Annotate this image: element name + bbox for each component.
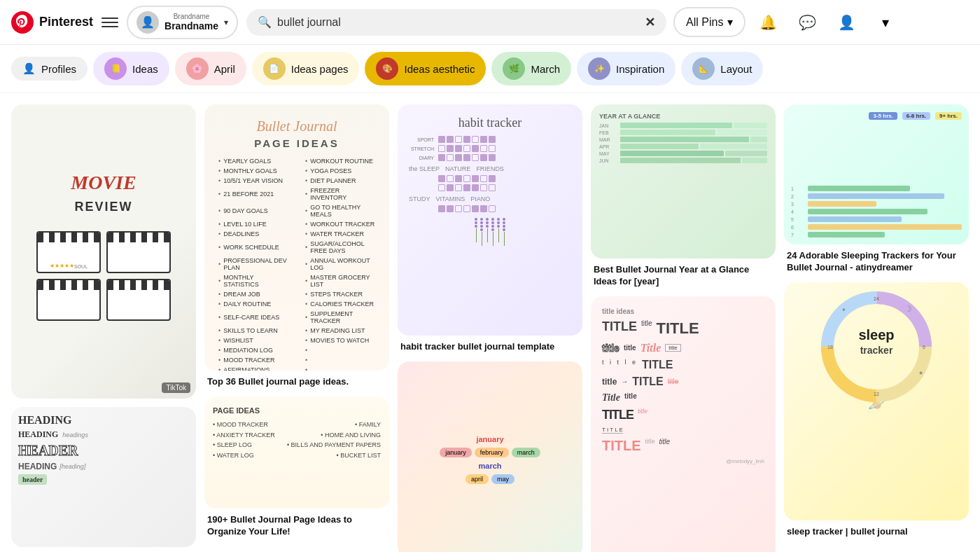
pin-bj-page-text: Top 36 Bullet journal page ideas.	[204, 371, 389, 388]
all-pins-chevron-icon: ▾	[727, 15, 733, 29]
title-word-title10: title	[602, 377, 617, 387]
bj-page-subtitle: PAGE IDEAS	[254, 137, 339, 149]
title-word-title4: title	[602, 343, 620, 354]
ideas-aesthetic-icon: 🎨	[376, 57, 398, 80]
account-info: Brandname Brandname	[164, 13, 218, 32]
pin-habit-tracker[interactable]: habit tracker SPORT STRETCH DIARY the SL…	[398, 104, 582, 353]
pin-movie-review[interactable]: movie REVIEW ★★★★★SOUL TikTok	[11, 104, 196, 399]
search-icon: 🔍	[258, 15, 272, 29]
month-jan: january	[440, 448, 472, 457]
account-label: Brandname	[164, 13, 218, 20]
filter-inspiration[interactable]: ✨ Inspiration	[577, 52, 676, 85]
pin-sleep-circle-title: sleep tracker | bullet journal	[787, 526, 966, 538]
bj-ideas-list-heading: PAGE IDEAS	[213, 405, 381, 418]
profile-button[interactable]: 👤	[831, 7, 862, 38]
bj-page-ideas-link[interactable]: Bullet journal page ideas.	[239, 376, 349, 387]
pin-bar-chart[interactable]: 3-5 hrs. 6-8 hrs. 9+ hrs. 1 2 3 4 5 6 7 …	[784, 104, 969, 274]
pin-habit-tracker-text: habit tracker bullet journal template	[398, 336, 582, 353]
months-march-label: march	[406, 462, 574, 470]
bj-list: YEARLY GOALS WORKOUT ROUTINE MONTHLY GOA…	[218, 158, 375, 371]
filter-inspiration-label: Inspiration	[616, 63, 664, 75]
pin-bj-page-ideas[interactable]: Bullet Journal PAGE IDEAS YEARLY GOALS W…	[204, 104, 389, 388]
search-input[interactable]	[277, 16, 639, 29]
title-word-title15: title	[638, 408, 648, 422]
logo-area: Pinterest	[11, 11, 93, 34]
title-word-title11: TITLE	[632, 375, 663, 388]
habit-label-stretch: STRETCH	[409, 146, 437, 151]
habit-label-diary: DIARY	[409, 156, 437, 160]
bell-icon: 🔔	[760, 14, 777, 31]
title-word-title1: TITLE	[602, 319, 637, 338]
filter-ideas-aesthetic[interactable]: 🎨 Ideas aesthetic	[365, 52, 486, 85]
pin-title-ideas[interactable]: title ideas TITLE title TITLE title titl…	[591, 296, 776, 552]
menu-icon[interactable]	[102, 14, 118, 31]
year-month-jan: JAN	[599, 123, 619, 128]
chevron-down-icon: ▾	[224, 18, 228, 27]
pin-habit-tracker-title: habit tracker bullet journal template	[400, 341, 580, 353]
clear-icon[interactable]: ✕	[645, 15, 655, 30]
habit-label-sport: SPORT	[409, 137, 437, 142]
filter-april[interactable]: 🌸 April	[175, 52, 246, 85]
svg-text:18: 18	[827, 345, 833, 350]
year-month-feb: FEB	[599, 130, 619, 135]
message-icon: 💬	[799, 14, 816, 31]
year-month-may: MAY	[599, 151, 619, 156]
month-may: may	[491, 474, 514, 484]
svg-text:★: ★	[918, 370, 923, 376]
messages-button[interactable]: 💬	[792, 7, 822, 38]
title-word-title6: Title	[640, 342, 662, 354]
svg-text:12: 12	[874, 392, 879, 396]
pin-sleep-circle-text: sleep tracker | bullet journal	[784, 520, 969, 538]
pin-colorful-months[interactable]: january january february march march apr…	[398, 361, 582, 552]
bj-fancy-title: Bullet Journal	[257, 118, 337, 134]
movie-review-subtitle: REVIEW	[74, 200, 132, 214]
habit-tracker-link[interactable]: habit tracker	[400, 341, 455, 352]
pin-grid: movie REVIEW ★★★★★SOUL TikTok HEADING HE…	[0, 93, 980, 552]
filter-layout[interactable]: 📐 Layout	[681, 52, 763, 85]
pin-bj-ideas-list-text: 190+ Bullet Journal Page Ideas to Organi…	[204, 509, 389, 538]
pin-headings[interactable]: HEADING HEADING headings HEADER HEADING …	[11, 407, 196, 552]
notifications-button[interactable]: 🔔	[752, 7, 783, 38]
pin-sleep-circle[interactable]: sleep tracker ☽ ✦ ★ 24 12 18 6 🪐	[784, 282, 969, 538]
all-pins-button[interactable]: All Pins ▾	[675, 8, 744, 36]
month-mar: march	[512, 448, 540, 457]
ideas-icon: 📒	[104, 57, 127, 80]
ideas-pages-icon: 📄	[263, 57, 286, 80]
pin-year-glance-title: Best Bullet Journal Year at a Glance Ide…	[594, 264, 773, 288]
title-word-title7: title	[665, 344, 680, 352]
pin-bar-chart-text: 24 Adorable Sleeping Trackers for Your B…	[784, 244, 969, 274]
filter-ideas[interactable]: 📒 Ideas	[93, 52, 169, 85]
pin-year-glance[interactable]: YEAR AT A GLANCE JAN FEB MAR AP	[591, 104, 776, 288]
march-icon: 🌿	[503, 57, 525, 80]
person-icon: 👤	[22, 62, 36, 75]
pin-bj-page-title: Top 36 Bullet journal page ideas.	[207, 376, 386, 388]
filter-profiles-label: Profiles	[41, 63, 76, 75]
month-apr: april	[465, 474, 489, 484]
more-button[interactable]: ▾	[870, 7, 901, 38]
sleep-tracker-link[interactable]: sleep tracker	[787, 526, 843, 537]
svg-text:☽: ☽	[904, 304, 912, 314]
logo-title: Pinterest	[39, 15, 93, 29]
filter-march[interactable]: 🌿 March	[491, 52, 571, 85]
pinterest-logo[interactable]	[11, 11, 34, 34]
heading-word-4: HEADER	[18, 443, 78, 459]
filter-pills: 👤 Profiles 📒 Ideas 🌸 April 📄 Ideas pages…	[0, 45, 980, 93]
year-month-mar: MAR	[599, 137, 619, 142]
watermark-melodyy: @melodyy_linh	[602, 458, 764, 464]
filter-ideas-pages[interactable]: 📄 Ideas pages	[252, 52, 360, 85]
pin-headings-text	[11, 547, 196, 552]
tiktok-watermark: TikTok	[162, 382, 190, 393]
habit-section-sleep: the SLEEP	[409, 165, 440, 172]
search-bar: 🔍 ✕	[246, 9, 666, 36]
title-word-title2: title	[641, 319, 652, 338]
year-month-apr: APR	[599, 144, 619, 149]
year-glance-heading: YEAR AT A GLANCE	[599, 113, 767, 120]
filter-profiles[interactable]: 👤 Profiles	[11, 57, 88, 81]
title-word-title18: title	[645, 438, 655, 454]
year-month-jun: JUN	[599, 158, 619, 163]
habit-section-friends: FRIENDS	[476, 165, 504, 172]
year-glance-link[interactable]: Year at a Glance Ideas	[594, 264, 749, 287]
sleep-tracker-svg: sleep tracker ☽ ✦ ★ 24 12 18 6	[820, 291, 932, 403]
pin-bj-ideas-list[interactable]: PAGE IDEAS • MOOD TRACKER • FAMILY • ANX…	[204, 396, 389, 538]
account-button[interactable]: 👤 Brandname Brandname ▾	[127, 6, 238, 39]
